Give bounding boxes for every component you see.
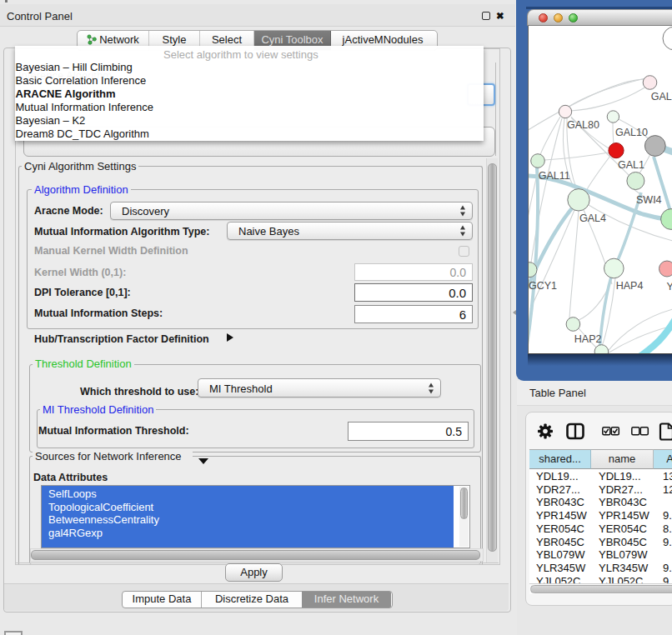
svg-text:GAL7: GAL7 (651, 91, 672, 102)
svg-text:HAP2: HAP2 (574, 333, 602, 345)
svg-text:SWI4: SWI4 (636, 194, 662, 206)
svg-text:GAL80: GAL80 (567, 119, 599, 131)
svg-text:GAL11: GAL11 (539, 170, 570, 182)
svg-text:GCY1: GCY1 (529, 280, 557, 292)
svg-text:GAL10: GAL10 (615, 127, 648, 138)
svg-text:GAL4: GAL4 (579, 212, 606, 224)
svg-text:HAP4: HAP4 (616, 280, 644, 292)
svg-text:GAL1: GAL1 (618, 159, 644, 171)
svg-text:Y: Y (667, 281, 672, 292)
